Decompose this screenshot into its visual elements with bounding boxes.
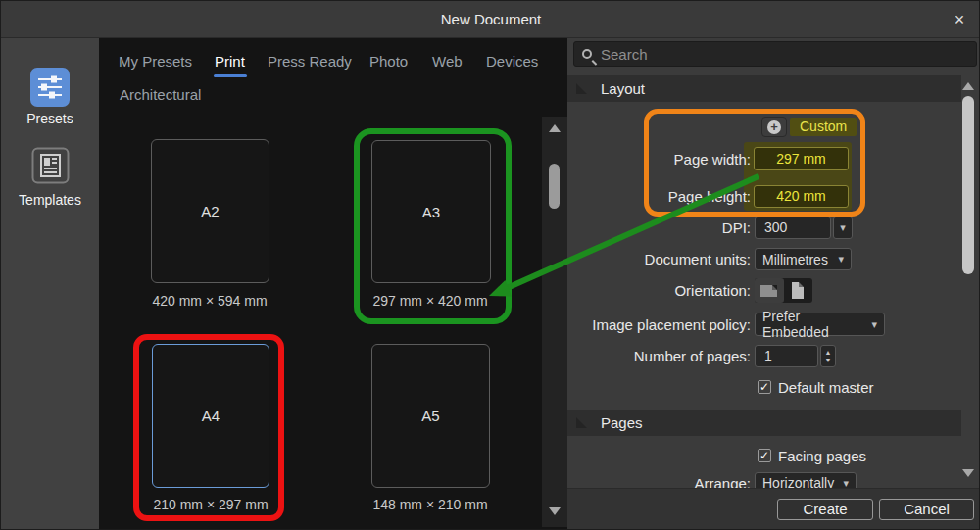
create-button[interactable]: Create bbox=[777, 499, 873, 520]
settings-panel: Search Layout + Custom Page width: 297 m… bbox=[567, 38, 980, 530]
preset-dimensions: 148 mm × 210 mm bbox=[322, 496, 538, 513]
facing-pages-label: Facing pages bbox=[778, 448, 866, 464]
check-icon: ✓ bbox=[760, 449, 769, 462]
number-of-pages-label: Number of pages: bbox=[567, 348, 751, 364]
default-master-label: Default master bbox=[778, 379, 874, 396]
custom-preset-label: Custom bbox=[790, 118, 857, 136]
preset-a2[interactable]: A2 bbox=[151, 139, 270, 283]
plus-icon: + bbox=[767, 120, 781, 134]
spin-up-icon[interactable]: ▲ bbox=[825, 349, 832, 357]
new-document-dialog: New Document × Presets bbox=[0, 0, 980, 530]
templates-document-icon bbox=[31, 147, 70, 184]
section-header-layout[interactable]: Layout bbox=[567, 75, 961, 102]
image-placement-policy-label: Image placement policy: bbox=[567, 316, 751, 333]
orientation-label: Orientation: bbox=[567, 282, 751, 299]
presets-sliders-icon bbox=[30, 68, 70, 107]
sidebar-item-label: Presets bbox=[1, 111, 99, 126]
sidebar-item-label: Templates bbox=[1, 192, 99, 208]
page-height-label: Page height: bbox=[567, 188, 751, 205]
preset-name: A4 bbox=[202, 408, 220, 424]
scroll-up-icon[interactable] bbox=[962, 82, 974, 90]
preset-a5[interactable]: A5 bbox=[371, 344, 490, 488]
page-height-field[interactable]: 420 mm bbox=[754, 185, 849, 208]
default-master-checkbox[interactable]: ✓ bbox=[758, 380, 771, 394]
chevron-down-icon: ▾ bbox=[840, 221, 846, 233]
scroll-up-icon[interactable] bbox=[549, 124, 561, 132]
dialog-footer: Create Cancel bbox=[567, 488, 980, 530]
dialog-title: New Document bbox=[1, 1, 980, 38]
document-units-label: Document units: bbox=[567, 251, 751, 267]
search-icon bbox=[582, 49, 592, 59]
tab-press-ready[interactable]: Press Ready bbox=[268, 52, 352, 72]
tab-print[interactable]: Print bbox=[215, 52, 245, 72]
sidebar-item-templates[interactable]: Templates bbox=[1, 147, 99, 208]
search-input[interactable]: Search bbox=[573, 41, 977, 67]
check-icon: ✓ bbox=[760, 380, 769, 394]
active-tab-underline bbox=[214, 74, 247, 77]
document-units-dropdown[interactable]: Millimetres ▾ bbox=[755, 248, 852, 270]
section-title: Pages bbox=[601, 414, 643, 431]
tab-web[interactable]: Web bbox=[432, 52, 463, 72]
page-width-label: Page width: bbox=[567, 151, 751, 168]
preset-panel: My Presets Print Press Ready Photo Web D… bbox=[99, 38, 567, 530]
collapse-triangle-icon[interactable] bbox=[576, 417, 587, 428]
dpi-label: DPI: bbox=[567, 219, 751, 236]
preset-a4-selected[interactable]: A4 bbox=[152, 344, 270, 488]
dpi-dropdown-button[interactable]: ▾ bbox=[833, 217, 853, 239]
sidebar-item-presets[interactable]: Presets bbox=[1, 68, 99, 126]
image-placement-dropdown[interactable]: Prefer Embedded ▾ bbox=[755, 313, 885, 336]
sidebar: Presets Templates bbox=[1, 38, 99, 530]
scroll-down-icon[interactable] bbox=[549, 507, 561, 515]
title-bar: New Document × bbox=[1, 1, 980, 38]
orientation-landscape-button[interactable] bbox=[755, 278, 784, 303]
close-icon[interactable]: × bbox=[948, 9, 971, 30]
preset-name: A5 bbox=[421, 408, 439, 424]
image-placement-value: Prefer Embedded bbox=[762, 309, 865, 340]
tab-devices[interactable]: Devices bbox=[486, 52, 538, 72]
tab-photo[interactable]: Photo bbox=[369, 52, 408, 72]
orientation-portrait-button[interactable] bbox=[784, 278, 813, 303]
chevron-down-icon: ▾ bbox=[838, 253, 844, 265]
preset-a3[interactable]: A3 bbox=[371, 140, 491, 283]
grid-scrollbar-thumb[interactable] bbox=[549, 164, 560, 209]
page-width-field[interactable]: 297 mm bbox=[754, 147, 849, 170]
facing-pages-checkbox[interactable]: ✓ bbox=[758, 449, 771, 462]
preset-name: A3 bbox=[422, 204, 440, 220]
orientation-toggle bbox=[755, 278, 812, 303]
preset-dimensions: 210 mm × 297 mm bbox=[103, 496, 318, 513]
add-preset-button[interactable]: + bbox=[761, 117, 787, 137]
preset-dimensions: 297 mm × 420 mm bbox=[322, 292, 538, 310]
cancel-button[interactable]: Cancel bbox=[879, 499, 974, 520]
spin-down-icon[interactable]: ▼ bbox=[825, 357, 832, 364]
dpi-field[interactable]: 300 bbox=[755, 217, 831, 239]
landscape-page-icon bbox=[760, 285, 777, 297]
number-of-pages-field[interactable]: 1 bbox=[755, 345, 818, 367]
collapse-triangle-icon[interactable] bbox=[576, 83, 587, 94]
tab-my-presets[interactable]: My Presets bbox=[119, 52, 192, 72]
chevron-down-icon: ▾ bbox=[871, 318, 877, 331]
tab-architectural[interactable]: Architectural bbox=[120, 85, 201, 105]
preset-dimensions: 420 mm × 594 mm bbox=[102, 292, 318, 310]
section-header-pages[interactable]: Pages bbox=[567, 410, 961, 436]
search-placeholder: Search bbox=[601, 46, 648, 63]
pages-stepper[interactable]: ▲ ▼ bbox=[820, 345, 836, 367]
portrait-page-icon bbox=[792, 282, 804, 299]
scroll-down-icon[interactable] bbox=[962, 469, 974, 477]
section-title: Layout bbox=[601, 80, 645, 97]
preset-name: A2 bbox=[201, 203, 219, 219]
settings-scrollbar-thumb[interactable] bbox=[962, 96, 974, 274]
document-units-value: Millimetres bbox=[762, 252, 828, 267]
